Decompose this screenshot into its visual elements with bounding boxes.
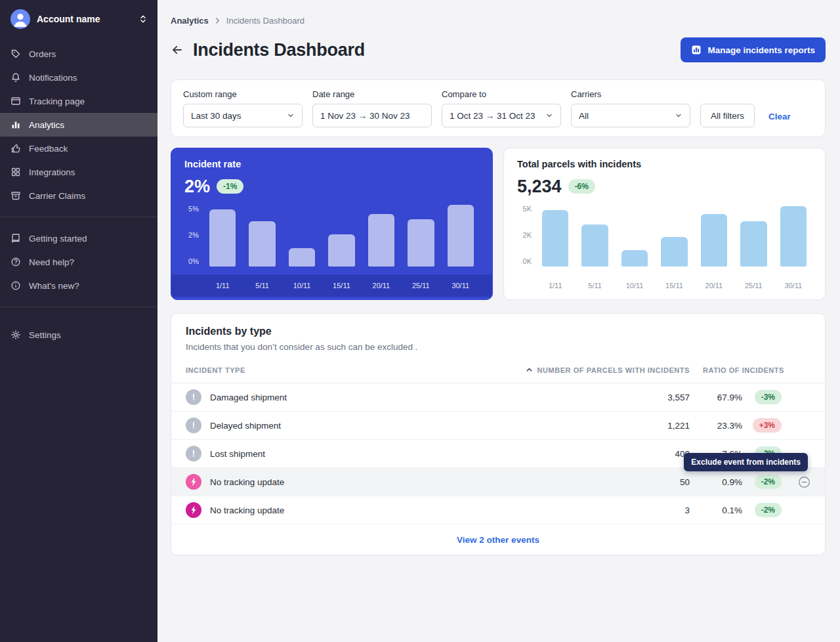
table-title: Incidents by type bbox=[171, 326, 825, 337]
x-tick-label: 20/11 bbox=[701, 282, 727, 289]
x-tick-label: 1/11 bbox=[209, 282, 236, 289]
y-tick-label: 0% bbox=[188, 257, 199, 265]
incident-ratio: 0.1% bbox=[690, 505, 742, 515]
tag-icon bbox=[10, 49, 21, 59]
account-name: Account name bbox=[37, 14, 133, 24]
sidebar-item-tracking-page[interactable]: Tracking page bbox=[0, 89, 158, 113]
incident-type-label: Lost shipment bbox=[210, 449, 265, 459]
carriers-filter: Carriers All bbox=[571, 89, 690, 127]
bar bbox=[621, 250, 648, 267]
sidebar-item-label: Orders bbox=[29, 49, 56, 59]
incident-rate-card[interactable]: Incident rate 2% -1% 5%2%0% 1/115/1110/1… bbox=[171, 148, 493, 300]
parcels-count: 3,557 bbox=[519, 393, 690, 402]
sidebar-item-label: Need help? bbox=[29, 257, 74, 267]
filter-label: Date range bbox=[312, 89, 432, 99]
gear-icon bbox=[10, 330, 21, 340]
clear-filters-link[interactable]: Clear bbox=[768, 112, 791, 127]
bar bbox=[249, 221, 275, 267]
sidebar-item-notifications[interactable]: Notifications bbox=[0, 66, 158, 89]
sidebar-item-what-s-new[interactable]: What's new? bbox=[0, 274, 158, 297]
filter-label: Custom range bbox=[183, 89, 303, 99]
kpi-value: 2% bbox=[184, 177, 210, 197]
sidebar: Account name OrdersNotificationsTracking… bbox=[0, 0, 158, 642]
x-axis: 1/115/1110/1115/1120/1125/1130/11 bbox=[204, 282, 479, 289]
x-tick-label: 15/11 bbox=[328, 282, 354, 289]
chevron-right-icon bbox=[214, 17, 221, 24]
table-row-no-tracking-update[interactable]: No tracking update30.1%-2% bbox=[171, 496, 825, 524]
incident-type-label: No tracking update bbox=[210, 477, 284, 487]
x-axis-strip: 1/115/1110/1115/1120/1125/1130/11 bbox=[504, 274, 825, 297]
bar bbox=[209, 209, 236, 267]
incident-type-cell: Damaged shipment bbox=[186, 389, 519, 405]
select-value: 1 Oct 23 → 31 Oct 23 bbox=[450, 111, 536, 121]
date-range-input[interactable]: 1 Nov 23 → 30 Nov 23 bbox=[312, 104, 432, 127]
breadcrumb-analytics[interactable]: Analytics bbox=[171, 16, 209, 26]
custom-range-filter: Custom range Last 30 days bbox=[183, 89, 303, 127]
parcels-count: 3 bbox=[519, 505, 690, 515]
incident-type-label: Delayed shipment bbox=[210, 421, 281, 431]
incident-type-cell: No tracking update bbox=[186, 502, 519, 518]
compare-to-filter: Compare to 1 Oct 23 → 31 Oct 23 bbox=[442, 89, 561, 127]
sidebar-item-feedback[interactable]: Feedback bbox=[0, 137, 158, 160]
sidebar-item-need-help[interactable]: Need help? bbox=[0, 250, 158, 274]
bar bbox=[328, 234, 354, 267]
table-row-no-tracking-update[interactable]: No tracking update500.9%-2%Exclude event… bbox=[171, 468, 825, 496]
date-range-filter: Date range 1 Nov 23 → 30 Nov 23 bbox=[312, 89, 432, 127]
delta-badge: -2% bbox=[755, 503, 782, 517]
incident-ratio: 67.9% bbox=[690, 393, 742, 402]
kpi-delta-badge: -6% bbox=[568, 179, 595, 194]
incidents-by-type-card: Incidents by type Incidents that you don… bbox=[171, 313, 826, 555]
chevron-down-icon bbox=[545, 112, 553, 119]
date-range-value: 1 Nov 23 → 30 Nov 23 bbox=[320, 111, 410, 121]
custom-range-select[interactable]: Last 30 days bbox=[183, 104, 303, 127]
table-row-damaged-shipment[interactable]: Damaged shipment3,55767.9%-3% bbox=[171, 383, 825, 412]
settings-nav: Settings bbox=[0, 319, 158, 351]
bar bbox=[581, 225, 608, 267]
help-circle-icon bbox=[10, 257, 21, 267]
sidebar-item-integrations[interactable]: Integrations bbox=[0, 160, 158, 184]
account-switcher[interactable]: Account name bbox=[0, 0, 158, 38]
table-footer: View 2 other events bbox=[171, 524, 825, 555]
sidebar-item-orders[interactable]: Orders bbox=[0, 42, 158, 66]
total-parcels-card[interactable]: Total parcels with incidents 5,234 -6% 5… bbox=[503, 148, 826, 300]
archive-icon bbox=[10, 190, 21, 201]
delta-badge: -3% bbox=[755, 390, 782, 404]
main-content: Analytics Incidents Dashboard Incidents … bbox=[158, 0, 840, 642]
page-title: Incidents Dashboard bbox=[193, 40, 365, 60]
x-tick-label: 5/11 bbox=[249, 282, 275, 289]
parcels-count: 50 bbox=[519, 477, 690, 487]
sidebar-item-getting-started[interactable]: Getting started bbox=[0, 226, 158, 250]
parcels-count: 400 bbox=[519, 449, 690, 459]
bar bbox=[780, 206, 807, 267]
filter-label: Carriers bbox=[571, 89, 690, 99]
view-other-events-link[interactable]: View 2 other events bbox=[457, 535, 539, 545]
bar-chart bbox=[537, 205, 812, 267]
bar bbox=[661, 237, 687, 267]
x-tick-label: 30/11 bbox=[780, 282, 807, 289]
sort-asc-icon[interactable] bbox=[526, 366, 533, 374]
back-arrow-icon[interactable] bbox=[171, 43, 184, 56]
grid-icon bbox=[10, 167, 21, 177]
sidebar-item-carrier-claims[interactable]: Carrier Claims bbox=[0, 184, 158, 207]
x-tick-label: 25/11 bbox=[740, 282, 766, 289]
bar bbox=[408, 219, 434, 267]
charts-row: Incident rate 2% -1% 5%2%0% 1/115/1110/1… bbox=[171, 148, 826, 300]
page-header: Incidents Dashboard Manage incidents rep… bbox=[171, 37, 826, 62]
all-filters-button[interactable]: All filters bbox=[700, 104, 755, 127]
select-value: All bbox=[579, 111, 589, 121]
column-header-number-of-parcels[interactable]: NUMBER OF PARCELS WITH INCIDENTS bbox=[519, 366, 690, 374]
sidebar-item-analytics[interactable]: Analytics bbox=[0, 113, 158, 137]
sidebar-item-label: Tracking page bbox=[29, 96, 85, 106]
info-circle-icon bbox=[10, 280, 21, 291]
table-row-delayed-shipment[interactable]: Delayed shipment1,22123.3%+3% bbox=[171, 412, 825, 440]
sidebar-item-label: Notifications bbox=[29, 73, 77, 83]
bar bbox=[701, 214, 727, 267]
compare-to-select[interactable]: 1 Oct 23 → 31 Oct 23 bbox=[442, 104, 561, 127]
delta-badge: -2% bbox=[755, 475, 782, 489]
sidebar-item-settings[interactable]: Settings bbox=[0, 323, 158, 347]
exclude-event-button[interactable] bbox=[798, 476, 810, 488]
carriers-select[interactable]: All bbox=[571, 104, 690, 127]
lightning-icon bbox=[186, 502, 201, 518]
x-tick-label: 30/11 bbox=[448, 282, 474, 289]
manage-incidents-reports-button[interactable]: Manage incidents reports bbox=[681, 37, 826, 62]
